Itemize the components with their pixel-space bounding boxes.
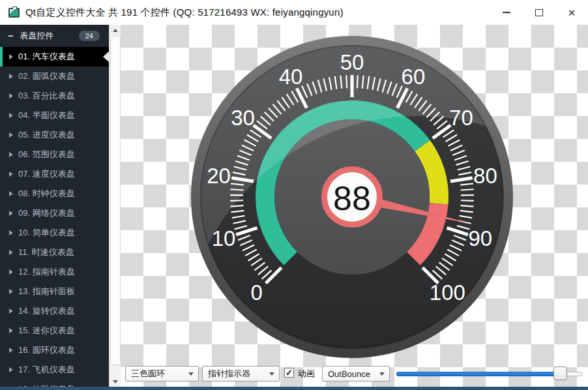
sidebar-item-label: 03. 百分比表盘 bbox=[18, 90, 75, 102]
sidebar-item[interactable]: 03. 百分比表盘 bbox=[0, 86, 109, 106]
triangle-right-icon bbox=[9, 308, 13, 314]
triangle-right-icon bbox=[9, 269, 13, 275]
window-title: Qt自定义控件大全 共 191 个控件 (QQ: 517216493 WX: f… bbox=[25, 7, 344, 19]
sidebar-item[interactable]: 13. 指南针面板 bbox=[0, 282, 109, 301]
check-icon: ✓ bbox=[286, 368, 293, 377]
triangle-right-icon bbox=[9, 172, 13, 177]
sidebar-item-label: 02. 圆弧仪表盘 bbox=[18, 70, 75, 82]
sidebar-item[interactable]: 11. 时速仪表盘 bbox=[0, 243, 109, 262]
selected-marker-icon bbox=[103, 52, 109, 62]
sidebar-item[interactable]: 01. 汽车仪表盘 bbox=[0, 47, 109, 67]
minimize-button[interactable] bbox=[490, 0, 523, 25]
sidebar-item-label: 05. 进度仪表盘 bbox=[18, 129, 75, 141]
window-bottom-border bbox=[0, 387, 588, 390]
sidebar-item[interactable]: 04. 半圆仪表盘 bbox=[0, 106, 109, 125]
maximize-button[interactable] bbox=[523, 0, 555, 25]
triangle-right-icon bbox=[9, 74, 13, 79]
triangle-right-icon bbox=[9, 152, 13, 157]
group-count-badge: 24 bbox=[79, 31, 100, 41]
triangle-right-icon bbox=[9, 54, 13, 59]
collapse-icon: − bbox=[8, 31, 13, 41]
sidebar-item[interactable]: 09. 网络仪表盘 bbox=[0, 203, 109, 223]
slider-handle[interactable] bbox=[553, 367, 567, 380]
sidebar-item-label: 11. 时速仪表盘 bbox=[18, 247, 74, 258]
sidebar-item-label: 04. 半圆仪表盘 bbox=[18, 110, 75, 121]
svg-text:100: 100 bbox=[430, 280, 465, 305]
indicator-style-value: 指针指示器 bbox=[208, 368, 250, 380]
sidebar-item-label: 16. 圆环仪表盘 bbox=[18, 344, 75, 356]
ring-style-select[interactable]: 三色圆环 bbox=[125, 366, 199, 382]
sidebar-item[interactable]: 15. 迷你仪表盘 bbox=[0, 321, 109, 340]
window-controls: ✕ bbox=[490, 0, 588, 25]
sidebar: − 表盘控件 24 01. 汽车仪表盘02. 圆弧仪表盘03. 百分比表盘04.… bbox=[0, 25, 109, 387]
sidebar-item[interactable]: 05. 进度仪表盘 bbox=[0, 125, 109, 145]
sidebar-item-label: 14. 旋转仪表盘 bbox=[18, 305, 75, 317]
sidebar-item-label: 10. 简单仪表盘 bbox=[18, 227, 75, 239]
sidebar-item[interactable]: 17. 飞机仪表盘 bbox=[0, 360, 109, 380]
svg-text:0: 0 bbox=[250, 280, 262, 305]
triangle-right-icon bbox=[9, 250, 13, 255]
sidebar-item[interactable]: 06. 范围仪表盘 bbox=[0, 145, 109, 164]
easing-select[interactable]: OutBounce bbox=[322, 366, 390, 382]
triangle-right-icon bbox=[9, 113, 13, 118]
triangle-right-icon bbox=[9, 211, 13, 216]
triangle-right-icon bbox=[9, 191, 13, 196]
indicator-style-select[interactable]: 指针指示器 bbox=[202, 366, 280, 382]
triangle-right-icon bbox=[9, 348, 13, 353]
ring-style-value: 三色圆环 bbox=[131, 368, 165, 380]
sidebar-item[interactable]: 08. 时钟仪表盘 bbox=[0, 184, 109, 203]
easing-value: OutBounce bbox=[328, 369, 370, 379]
maximize-icon bbox=[535, 9, 543, 16]
sidebar-item-label: 08. 时钟仪表盘 bbox=[18, 188, 75, 200]
app-logo-icon bbox=[8, 8, 20, 18]
close-icon: ✕ bbox=[568, 8, 576, 18]
car-gauge-widget: 010203040506070809010088 bbox=[189, 34, 515, 360]
value-slider[interactable] bbox=[396, 367, 582, 381]
sidebar-item-label: 06. 范围仪表盘 bbox=[18, 149, 75, 160]
chevron-down-icon bbox=[188, 372, 194, 376]
gauge-body: 010203040506070809010088 bbox=[189, 36, 515, 360]
animation-checkbox[interactable]: ✓ bbox=[284, 368, 294, 378]
triangle-down-icon bbox=[113, 380, 118, 383]
sidebar-item-label: 13. 指南针面板 bbox=[18, 286, 75, 297]
sidebar-item[interactable]: 07. 速度仪表盘 bbox=[0, 164, 109, 184]
triangle-right-icon bbox=[9, 289, 13, 294]
chevron-down-icon bbox=[379, 372, 385, 376]
sidebar-item-label: 17. 飞机仪表盘 bbox=[18, 364, 75, 376]
scroll-down-button[interactable] bbox=[110, 376, 121, 387]
sidebar-item-label: 15. 迷你仪表盘 bbox=[18, 325, 75, 337]
minimize-icon bbox=[503, 12, 510, 13]
scroll-up-button[interactable] bbox=[110, 25, 121, 35]
app-window: Qt自定义控件大全 共 191 个控件 (QQ: 517216493 WX: f… bbox=[0, 0, 588, 390]
sidebar-item-label: 12. 指南针表盘 bbox=[18, 266, 75, 278]
scrollbar-thumb[interactable] bbox=[110, 36, 121, 365]
sidebar-item[interactable]: 10. 简单仪表盘 bbox=[0, 223, 109, 243]
close-button[interactable]: ✕ bbox=[555, 0, 588, 25]
gauge-value-text: 88 bbox=[333, 179, 371, 217]
svg-text:80: 80 bbox=[473, 164, 497, 188]
sidebar-group-header[interactable]: − 表盘控件 24 bbox=[0, 25, 109, 47]
triangle-up-icon bbox=[113, 29, 118, 32]
sidebar-group-label: 表盘控件 bbox=[20, 30, 53, 42]
sidebar-item[interactable]: 14. 旋转仪表盘 bbox=[0, 301, 109, 321]
triangle-right-icon bbox=[9, 132, 13, 138]
triangle-right-icon bbox=[9, 93, 13, 98]
triangle-right-icon bbox=[9, 328, 13, 333]
chevron-down-icon bbox=[269, 372, 274, 376]
sidebar-item[interactable]: 02. 圆弧仪表盘 bbox=[0, 67, 109, 86]
animation-label: 动画 bbox=[298, 368, 315, 380]
sidebar-item-label: 01. 汽车仪表盘 bbox=[18, 51, 75, 63]
sidebar-list: 01. 汽车仪表盘02. 圆弧仪表盘03. 百分比表盘04. 半圆仪表盘05. … bbox=[0, 47, 109, 387]
titlebar: Qt自定义控件大全 共 191 个控件 (QQ: 517216493 WX: f… bbox=[0, 0, 588, 25]
sidebar-item[interactable]: 18. 炫酷仪表盘 bbox=[0, 380, 109, 387]
main-content: 010203040506070809010088 三色圆环 指针指示器 ✓ 动画… bbox=[121, 25, 588, 387]
sidebar-item[interactable]: 16. 圆环仪表盘 bbox=[0, 340, 109, 360]
triangle-right-icon bbox=[9, 367, 13, 372]
triangle-right-icon bbox=[9, 230, 13, 235]
sidebar-item-label: 07. 速度仪表盘 bbox=[18, 168, 75, 180]
slider-fill bbox=[396, 372, 560, 376]
sidebar-scrollbar[interactable] bbox=[109, 25, 121, 387]
sidebar-item-label: 09. 网络仪表盘 bbox=[18, 207, 75, 219]
sidebar-item[interactable]: 12. 指南针表盘 bbox=[0, 262, 109, 282]
svg-text:90: 90 bbox=[469, 226, 493, 250]
